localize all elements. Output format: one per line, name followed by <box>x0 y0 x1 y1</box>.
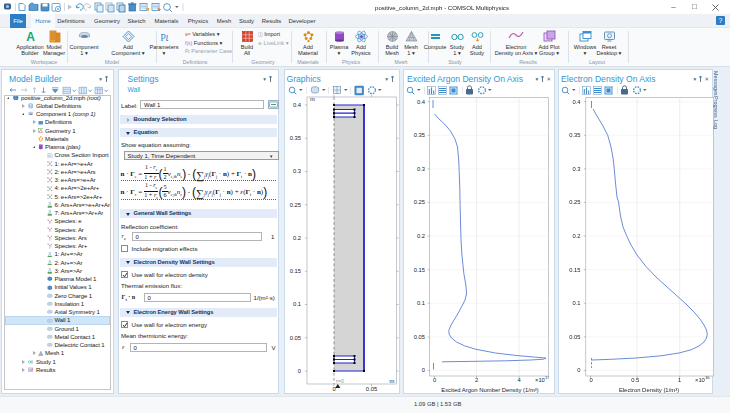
svg-text:A: A <box>26 30 35 43</box>
svg-text:Electron Density (1/m³): Electron Density (1/m³) <box>619 387 679 393</box>
svg-text:m: m <box>390 378 395 384</box>
svg-text:1: 1 <box>678 377 681 383</box>
svg-text:16: 16 <box>705 375 710 380</box>
svg-text:Excited Argon Number Density (: Excited Argon Number Density (1/m³) <box>441 387 539 393</box>
svg-text:r=0: r=0 <box>336 378 344 384</box>
svg-text:P𝜄: P𝜄 <box>160 32 169 43</box>
svg-text:×10: ×10 <box>535 377 545 383</box>
svg-text:2: 2 <box>475 377 478 383</box>
svg-text:17: 17 <box>545 375 549 380</box>
svg-text:0: 0 <box>589 377 592 383</box>
svg-text:0: 0 <box>332 386 335 392</box>
svg-text:0.5: 0.5 <box>631 377 639 383</box>
svg-text:×10: ×10 <box>695 377 705 383</box>
svg-text:4: 4 <box>517 377 521 383</box>
svg-text:m: m <box>310 96 315 102</box>
svg-text:0: 0 <box>433 377 436 383</box>
svg-text:0.05: 0.05 <box>366 386 377 392</box>
